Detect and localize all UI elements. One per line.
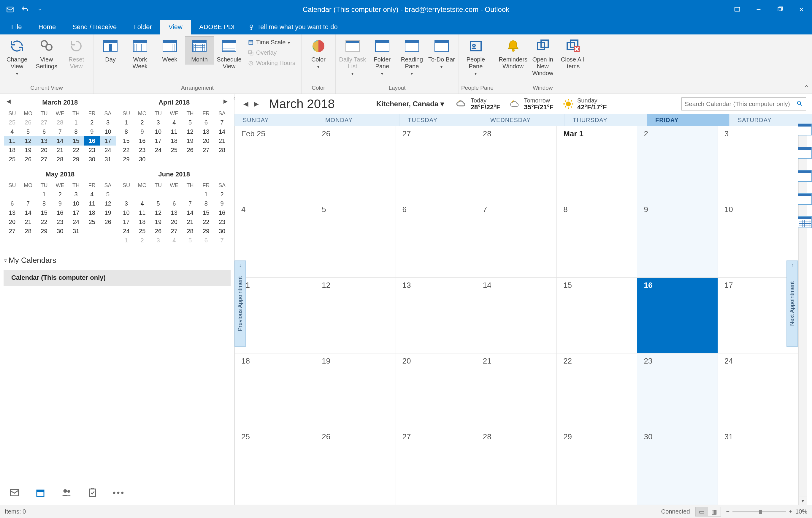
calendar-cell[interactable]: 20 (396, 353, 476, 429)
mini-calendar-day[interactable]: 7 (52, 127, 68, 136)
mini-calendar-day[interactable]: 29 (36, 227, 52, 236)
mini-calendar-day[interactable]: 29 (68, 155, 84, 164)
mini-calendar-day[interactable]: 20 (198, 136, 214, 145)
mini-calendar-day[interactable]: 28 (52, 118, 68, 127)
next-appointment-tab[interactable]: →Next Appointment (786, 261, 798, 347)
daily-task-list-button[interactable]: Daily Task List (338, 36, 367, 78)
tab-home[interactable]: Home (30, 20, 64, 34)
zoom-out-icon[interactable]: − (726, 508, 730, 515)
mini-calendar-day[interactable]: 14 (182, 208, 198, 217)
mini-calendar-day[interactable]: 28 (20, 227, 36, 236)
mini-calendar-day[interactable]: 20 (166, 217, 182, 227)
calendar-cell[interactable]: 25 (235, 429, 315, 505)
mini-calendar-day[interactable]: 10 (68, 199, 84, 208)
month-button[interactable]: Month (185, 36, 214, 64)
weather-card[interactable]: Today28°F/22°F (456, 97, 500, 111)
mini-calendar-day[interactable]: 10 (100, 127, 116, 136)
mini-calendar-day[interactable]: 26 (182, 145, 198, 155)
mini-calendar-day[interactable]: 19 (150, 217, 166, 227)
mini-calendar-day[interactable]: 22 (198, 217, 214, 227)
reading-pane-button[interactable]: Reading Pane (397, 36, 427, 78)
mini-calendar-day[interactable]: 3 (68, 190, 84, 199)
mini-calendar-day[interactable]: 6 (198, 118, 214, 127)
mini-calendar-day[interactable]: 28 (52, 155, 68, 164)
previous-appointment-tab[interactable]: ←Previous Appointment (234, 261, 246, 347)
mini-calendar-day[interactable]: 5 (182, 118, 198, 127)
mini-calendar-day[interactable]: 3 (150, 118, 166, 127)
collapse-ribbon-icon[interactable]: ⌃ (804, 84, 809, 92)
scroll-down-icon[interactable]: ▾ (799, 497, 807, 505)
mini-calendar-day[interactable] (214, 155, 230, 164)
mini-calendar-day[interactable]: 18 (4, 145, 20, 155)
mini-calendar-day[interactable]: 19 (20, 145, 36, 155)
mini-calendar-day[interactable]: 4 (84, 190, 100, 199)
mini-calendar-day[interactable]: 1 (36, 190, 52, 199)
calendar-cell[interactable]: Feb 25 (235, 126, 315, 202)
mini-calendar-day[interactable]: 4 (4, 127, 20, 136)
mini-calendar-day[interactable]: 25 (4, 155, 20, 164)
calendar-cell[interactable]: 27 (396, 429, 476, 505)
peek-people-icon[interactable] (798, 124, 810, 134)
tab-adobe-pdf[interactable]: ADOBE PDF (191, 20, 245, 34)
cal-next-icon[interactable]: ▶ (253, 99, 260, 109)
mini-calendar-day[interactable]: 16 (84, 136, 100, 145)
mini-calendar[interactable]: May 2018SUMOTUWETHFRSA123456789101112131… (3, 167, 117, 248)
people-pane-button[interactable]: People Pane (461, 36, 490, 78)
mini-calendar[interactable]: April 2018SUMOTUWETHFRSA1234567891011121… (117, 95, 231, 167)
mini-calendar-day[interactable]: 30 (214, 227, 230, 236)
color-button[interactable]: Color (304, 36, 333, 71)
tab-view[interactable]: View (160, 20, 191, 34)
mini-calendar-day[interactable] (166, 190, 182, 199)
mini-calendar-day[interactable] (150, 190, 166, 199)
mini-calendar-day[interactable]: 5 (182, 236, 198, 245)
mini-calendar-day[interactable]: 10 (118, 208, 135, 217)
minimize-button[interactable] (748, 0, 769, 19)
mini-calendar-day[interactable]: 10 (150, 127, 166, 136)
mini-calendar-day[interactable]: 8 (198, 199, 214, 208)
mini-calendar-day[interactable]: 2 (134, 236, 150, 245)
weather-location[interactable]: Kitchener, Canada ▾ (376, 100, 444, 108)
mini-calendar-day[interactable]: 6 (166, 199, 182, 208)
mini-calendar-day[interactable] (100, 227, 116, 236)
mini-calendar-day[interactable]: 16 (52, 208, 68, 217)
calendar-cell[interactable]: 23 (637, 353, 718, 429)
mini-calendar-day[interactable]: 28 (214, 145, 230, 155)
calendar-cell[interactable]: 30 (637, 429, 718, 505)
folder-pane-button[interactable]: Folder Pane (368, 36, 397, 78)
calendar-cell[interactable]: 31 (718, 429, 799, 505)
mail-icon[interactable] (8, 487, 20, 499)
calendar-cell[interactable]: 19 (315, 353, 396, 429)
work-week-button[interactable]: Work Week (125, 36, 155, 71)
mini-calendar-day[interactable]: 23 (84, 145, 100, 155)
mini-calendar-day[interactable]: 11 (4, 136, 20, 145)
calendar-cell[interactable]: 29 (557, 429, 637, 505)
calendar-icon[interactable] (34, 487, 46, 499)
reading-view-icon[interactable]: ▥ (708, 507, 721, 516)
next-month-icon[interactable]: ▶ (221, 98, 230, 105)
cal-prev-icon[interactable]: ◀ (242, 99, 250, 109)
mini-calendar-day[interactable]: 1 (68, 118, 84, 127)
mini-calendar-day[interactable]: 7 (214, 236, 230, 245)
calendar-cell[interactable]: 26 (315, 126, 396, 202)
mini-calendar-day[interactable]: 31 (68, 227, 84, 236)
open-new-window-button[interactable]: Open in New Window (528, 36, 557, 78)
mini-calendar-day[interactable]: 25 (4, 118, 20, 127)
view-settings-button[interactable]: View Settings (32, 36, 61, 71)
mini-calendar-day[interactable]: 4 (134, 199, 150, 208)
mini-calendar-day[interactable]: 24 (68, 217, 84, 227)
mini-calendar-day[interactable] (4, 190, 20, 199)
mini-calendar-day[interactable]: 16 (134, 136, 150, 145)
mini-calendar-day[interactable]: 3 (118, 199, 135, 208)
mini-calendar-day[interactable] (84, 227, 100, 236)
mini-calendar-day[interactable] (182, 155, 198, 164)
calendar-cell[interactable]: 16 (637, 278, 718, 353)
mini-calendar-day[interactable]: 18 (134, 217, 150, 227)
mini-calendar-day[interactable]: 25 (84, 217, 100, 227)
mini-calendar-day[interactable]: 2 (84, 118, 100, 127)
mini-calendar-day[interactable]: 6 (198, 236, 214, 245)
mini-calendar-day[interactable]: 17 (150, 136, 166, 145)
mini-calendar-day[interactable]: 5 (20, 127, 36, 136)
mini-calendar-day[interactable]: 7 (20, 199, 36, 208)
calendar-cell[interactable]: 28 (476, 126, 557, 202)
mini-calendar-day[interactable]: 27 (36, 118, 52, 127)
